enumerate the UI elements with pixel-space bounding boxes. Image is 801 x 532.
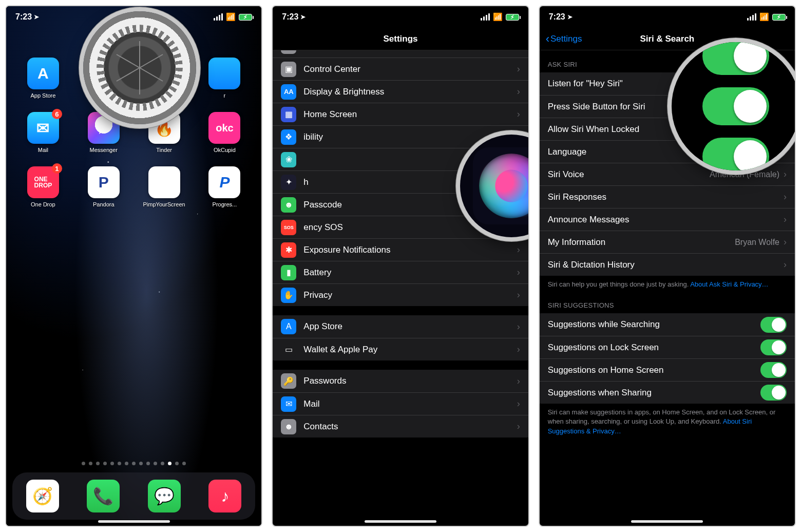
dock-app-phone[interactable]: 📞 <box>87 480 120 512</box>
chevron-right-icon: › <box>517 64 520 74</box>
toggle[interactable] <box>760 339 787 355</box>
section-header-suggestions: SIRI SUGGESTIONS <box>540 291 795 313</box>
chevron-right-icon: › <box>517 267 520 278</box>
siri-row-siri-dictation-history[interactable]: Siri & Dictation History› <box>540 253 795 276</box>
settings-row-passwords[interactable]: 🔑Passwords› <box>273 370 528 392</box>
row-label: Battery <box>303 268 517 278</box>
app-tile[interactable] <box>208 58 240 89</box>
battery-icon: ⚡︎ <box>506 14 519 21</box>
chevron-right-icon: › <box>517 376 520 387</box>
row-label: Contacts <box>303 422 517 432</box>
settings-row-general[interactable]: ⚙︎General› <box>273 50 528 58</box>
badge: 6 <box>52 109 62 119</box>
about-ask-siri-link[interactable]: About Ask Siri & Privacy… <box>690 280 768 288</box>
row-label: General <box>303 50 517 51</box>
siri-row-suggestions-when-sharing[interactable]: Suggestions when Sharing <box>540 381 795 404</box>
chevron-right-icon: › <box>517 86 520 97</box>
settings-row-control-center[interactable]: ▣Control Center› <box>273 58 528 80</box>
app-label: Mail <box>38 147 48 153</box>
cellular-icon <box>481 13 490 21</box>
toggle[interactable] <box>760 385 787 401</box>
app-app-store[interactable]: AApp Store <box>25 58 62 99</box>
app-tile[interactable] <box>148 166 180 198</box>
app-tile[interactable]: ONE DROP1 <box>27 166 59 198</box>
app-progres-[interactable]: PProgres... <box>206 166 243 207</box>
row-icon: AA <box>281 84 296 100</box>
app-okcupid[interactable]: okcOkCupid <box>206 112 243 153</box>
row-icon: ✋ <box>281 288 296 303</box>
siri-row-suggestions-on-home-screen[interactable]: Suggestions on Home Screen <box>540 358 795 381</box>
app-mail[interactable]: ✉︎6Mail <box>25 112 62 153</box>
siri-row-suggestions-on-lock-screen[interactable]: Suggestions on Lock Screen <box>540 336 795 358</box>
app-pimpyourscreen[interactable]: PimpYourScreen <box>146 166 183 207</box>
toggle[interactable] <box>760 317 787 333</box>
battery-icon: ⚡︎ <box>239 14 252 21</box>
row-icon: ⚙︎ <box>281 50 296 54</box>
wifi-icon: 📶 <box>759 12 769 22</box>
settings-row-exposure-notifications[interactable]: ✱Exposure Notifications› <box>273 238 528 261</box>
app-label: PimpYourScreen <box>143 201 185 207</box>
settings-row-battery[interactable]: ▮Battery› <box>273 261 528 283</box>
row-label: ibility <box>303 132 517 142</box>
chevron-right-icon: › <box>517 109 520 120</box>
chevron-right-icon: › <box>517 290 520 300</box>
back-button[interactable]: ‹ Settings <box>546 34 582 44</box>
app-tile[interactable]: A <box>27 58 59 89</box>
app-tile[interactable]: ✉︎6 <box>27 112 59 144</box>
siri-row-suggestions-while-searching[interactable]: Suggestions while Searching <box>540 313 795 336</box>
chevron-right-icon: › <box>517 244 520 255</box>
location-icon: ➤ <box>300 13 306 21</box>
settings-row-mail[interactable]: ✉︎Mail› <box>273 392 528 415</box>
app-tile[interactable]: P <box>208 166 240 198</box>
app-one-drop[interactable]: ONE DROP1One Drop <box>25 166 62 207</box>
app-label: r <box>224 92 226 99</box>
siri-row-siri-responses[interactable]: Siri Responses› <box>540 185 795 208</box>
cellular-icon <box>747 13 756 21</box>
settings-row-contacts[interactable]: ☻Contacts› <box>273 415 528 438</box>
row-icon: ✦ <box>281 175 296 190</box>
page-indicator[interactable] <box>6 462 261 465</box>
dock-app-music[interactable]: ♪ <box>208 480 241 512</box>
row-icon: 🔑 <box>281 373 296 389</box>
app-pandora[interactable]: PPandora <box>85 166 122 207</box>
row-icon: ✱ <box>281 242 296 258</box>
row-icon: ▣ <box>281 62 296 77</box>
chevron-right-icon: › <box>517 321 520 332</box>
settings-row-app-store[interactable]: AApp Store› <box>273 315 528 338</box>
app-label: Pandora <box>93 201 115 207</box>
home-indicator[interactable] <box>365 520 436 523</box>
app-r[interactable]: r <box>206 58 243 99</box>
app-tile[interactable]: P <box>88 166 120 198</box>
dock-app-messages[interactable]: 💬 <box>148 480 181 512</box>
row-label: Suggestions on Home Screen <box>548 365 760 375</box>
row-label: Display & Brightness <box>303 87 517 97</box>
settings-row-display-brightness[interactable]: AADisplay & Brightness› <box>273 80 528 103</box>
settings-row-privacy[interactable]: ✋Privacy› <box>273 283 528 306</box>
app-tile[interactable]: okc <box>208 112 240 144</box>
row-label: Privacy <box>303 290 517 300</box>
badge: 1 <box>52 163 62 174</box>
row-label: Mail <box>303 399 517 409</box>
status-time: 7:23 <box>282 12 298 22</box>
toggle-large <box>702 138 769 170</box>
app-label: OkCupid <box>214 147 236 153</box>
row-label: My Information <box>548 237 735 248</box>
section-footer-ask-siri: Siri can help you get things done just b… <box>540 276 795 291</box>
siri-row-announce-messages[interactable]: Announce Messages› <box>540 208 795 231</box>
callout-toggles <box>672 42 796 170</box>
home-indicator[interactable] <box>98 520 170 523</box>
home-indicator[interactable] <box>631 520 703 523</box>
wifi-icon: 📶 <box>226 12 236 22</box>
dock-app-safari[interactable]: 🧭 <box>26 480 59 512</box>
chevron-right-icon: › <box>517 344 520 355</box>
row-icon: ✉︎ <box>281 396 296 412</box>
chevron-right-icon: › <box>517 421 520 432</box>
settings-row-wallet-apple-pay[interactable]: ▭Wallet & Apple Pay› <box>273 338 528 360</box>
chevron-right-icon: › <box>784 192 787 202</box>
siri-row-my-information[interactable]: My InformationBryan Wolfe› <box>540 231 795 253</box>
chevron-right-icon: › <box>517 50 520 52</box>
app-label: App Store <box>30 92 55 99</box>
toggle[interactable] <box>760 362 787 378</box>
app-label: One Drop <box>31 201 55 207</box>
settings-row-home-screen[interactable]: ▦Home Screen› <box>273 103 528 125</box>
